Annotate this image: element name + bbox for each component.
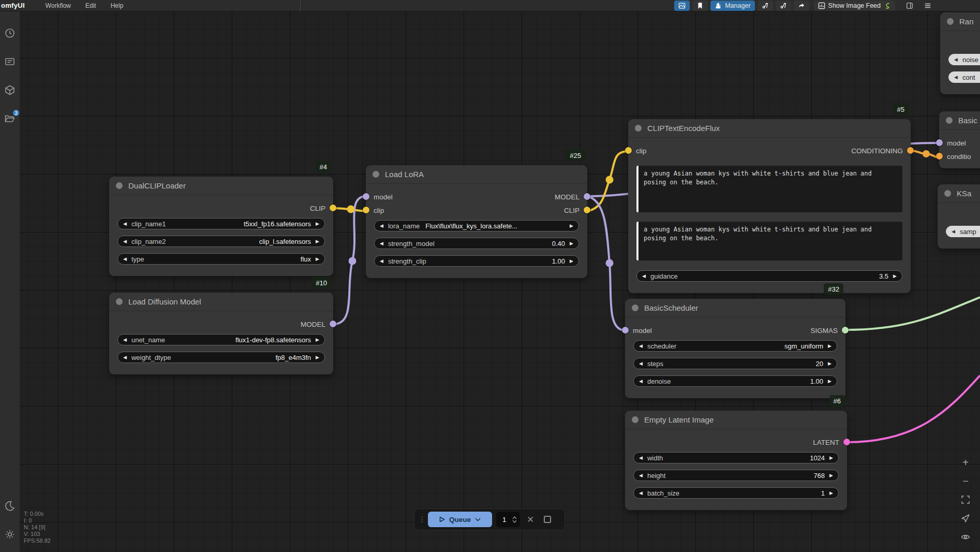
next-arrow-icon[interactable]: ▶ [570, 224, 573, 228]
next-arrow-icon[interactable]: ▶ [829, 456, 833, 460]
next-arrow-icon[interactable]: ▶ [829, 491, 833, 496]
node-header[interactable]: CLIPTextEncodeFlux [628, 119, 911, 138]
next-arrow-icon[interactable]: ▶ [316, 355, 319, 360]
node-header[interactable]: DualCLIPLoader [109, 177, 333, 195]
node-header[interactable]: KSa [938, 184, 980, 203]
menu-edit[interactable]: Edit [78, 2, 103, 9]
node-header[interactable]: Ran [940, 12, 980, 31]
clip-input-port[interactable] [363, 207, 369, 213]
model-input-port[interactable] [363, 193, 369, 200]
collapse-dot-icon[interactable] [946, 117, 953, 124]
stepper-down-icon[interactable] [512, 520, 517, 523]
prev-arrow-icon[interactable]: ◀ [952, 229, 955, 234]
sidebar-item-model-library[interactable] [4, 84, 16, 96]
collapse-dot-icon[interactable] [944, 190, 951, 197]
prev-arrow-icon[interactable]: ◀ [642, 274, 646, 279]
prev-arrow-icon[interactable]: ◀ [123, 338, 127, 342]
sidebar-item-workflows[interactable]: 3 [4, 112, 16, 125]
clear-queue-icon[interactable]: ✕ [524, 515, 537, 524]
next-arrow-icon[interactable]: ▶ [828, 344, 831, 348]
widget-guidance[interactable]: ◀ guidance 3.5 ▶ [636, 270, 902, 282]
prev-arrow-icon[interactable]: ◀ [380, 241, 383, 246]
conditioning-input-port[interactable] [936, 153, 943, 159]
share-button[interactable] [794, 1, 809, 11]
prev-arrow-icon[interactable]: ◀ [123, 222, 127, 226]
widget-width[interactable]: ◀ width 1024 ▶ [633, 452, 839, 463]
custom-scripts-button-1[interactable] [758, 1, 773, 11]
clip-output-port[interactable] [584, 207, 590, 213]
menu-workflow[interactable]: Workflow [38, 2, 78, 9]
prev-arrow-icon[interactable]: ◀ [380, 224, 383, 228]
custom-scripts-button-2[interactable] [776, 1, 791, 11]
image-feed-button[interactable] [674, 1, 690, 11]
next-arrow-icon[interactable]: ▶ [828, 361, 831, 366]
batch-count-stepper[interactable]: 1 [496, 512, 520, 527]
menu-help[interactable]: Help [103, 2, 131, 9]
collapse-dot-icon[interactable] [116, 182, 123, 189]
prev-arrow-icon[interactable]: ◀ [123, 257, 127, 262]
select-mode-button[interactable] [959, 512, 972, 525]
next-arrow-icon[interactable]: ▶ [829, 473, 833, 478]
panel-toggle-button[interactable] [902, 1, 917, 11]
prev-arrow-icon[interactable]: ◀ [639, 473, 643, 478]
node-basic-scheduler[interactable]: #32 BasicScheduler model SIGMAS ◀ schedu… [625, 299, 845, 398]
node-header[interactable]: Empty Latent Image [625, 411, 847, 429]
prev-arrow-icon[interactable]: ◀ [123, 239, 127, 244]
widget-strength-clip[interactable]: ◀ strength_clip 1.00 ▶ [374, 255, 579, 267]
latent-output-port[interactable] [843, 439, 850, 445]
prev-arrow-icon[interactable]: ◀ [639, 361, 643, 366]
prev-arrow-icon[interactable]: ◀ [954, 75, 958, 80]
widget-sampler-name[interactable]: ◀ samp [946, 226, 980, 237]
widget-height[interactable]: ◀ height 768 ▶ [633, 470, 839, 481]
next-arrow-icon[interactable]: ▶ [828, 379, 831, 384]
next-arrow-icon[interactable]: ▶ [316, 239, 319, 244]
node-header[interactable]: Load Diffusion Model [109, 293, 333, 311]
node-dualcliploader[interactable]: #4 DualCLIPLoader CLIP ◀ clip_name1 t5xx… [109, 177, 333, 276]
node-header[interactable]: Load LoRA [366, 165, 587, 184]
model-output-port[interactable] [584, 193, 590, 200]
node-load-lora[interactable]: #25 Load LoRA model MODEL clip CLIP ◀ lo… [366, 165, 587, 278]
widget-denoise[interactable]: ◀ denoise 1.00 ▶ [633, 375, 837, 387]
widget-clip-name2[interactable]: ◀ clip_name2 clip_l.safetensors ▶ [117, 236, 325, 247]
drag-handle-icon[interactable]: ⋮ [419, 515, 424, 524]
node-basic-guider-partial[interactable]: Basic model conditio [939, 111, 980, 168]
fit-view-button[interactable] [959, 493, 972, 506]
bookmark-button[interactable] [692, 1, 708, 11]
collapse-dot-icon[interactable] [373, 171, 379, 178]
manager-button[interactable]: Manager [710, 1, 754, 11]
node-load-diffusion-model[interactable]: #10 Load Diffusion Model MODEL ◀ unet_na… [109, 293, 333, 374]
node-header[interactable]: Basic [939, 111, 980, 130]
widget-clip-name1[interactable]: ◀ clip_name1 t5xxl_fp16.safetensors ▶ [117, 218, 325, 229]
collapse-dot-icon[interactable] [632, 304, 639, 311]
widget-type[interactable]: ◀ type flux ▶ [117, 253, 325, 265]
clip-input-port[interactable] [625, 147, 632, 154]
prev-arrow-icon[interactable]: ◀ [639, 456, 643, 460]
sigmas-output-port[interactable] [842, 327, 849, 333]
clip-output-port[interactable] [330, 205, 336, 211]
next-arrow-icon[interactable]: ▶ [893, 274, 897, 279]
next-arrow-icon[interactable]: ▶ [570, 259, 573, 264]
sidebar-item-theme-toggle[interactable] [4, 500, 16, 512]
sidebar-item-queue-history[interactable] [4, 27, 16, 39]
main-menu-button[interactable] [920, 1, 936, 11]
prev-arrow-icon[interactable]: ◀ [639, 379, 643, 384]
widget-noise-seed[interactable]: ◀ noise [948, 54, 980, 65]
node-ksampler-select-partial[interactable]: KSa ◀ samp [938, 184, 980, 249]
collapse-dot-icon[interactable] [947, 18, 954, 25]
node-clip-text-encode-flux[interactable]: #5 CLIPTextEncodeFlux clip CONDITIONING … [628, 119, 911, 293]
prev-arrow-icon[interactable]: ◀ [380, 259, 383, 264]
show-image-feed-button[interactable]: Show Image Feed [814, 1, 895, 11]
stop-icon[interactable] [544, 516, 551, 523]
prev-arrow-icon[interactable]: ◀ [123, 355, 127, 360]
chevron-down-icon[interactable] [475, 518, 481, 521]
model-input-port[interactable] [936, 139, 943, 146]
widget-strength-model[interactable]: ◀ strength_model 0.40 ▶ [374, 238, 579, 249]
stepper-up-icon[interactable] [512, 516, 517, 519]
next-arrow-icon[interactable]: ▶ [316, 338, 319, 342]
prev-arrow-icon[interactable]: ◀ [954, 57, 958, 62]
node-empty-latent-image[interactable]: #6 Empty Latent Image LATENT ◀ width 102… [625, 411, 847, 510]
sidebar-item-settings[interactable] [4, 528, 16, 541]
collapse-dot-icon[interactable] [116, 298, 123, 305]
widget-unet-name[interactable]: ◀ unet_name flux1-dev-fp8.safetensors ▶ [117, 334, 325, 345]
collapse-dot-icon[interactable] [632, 416, 639, 423]
